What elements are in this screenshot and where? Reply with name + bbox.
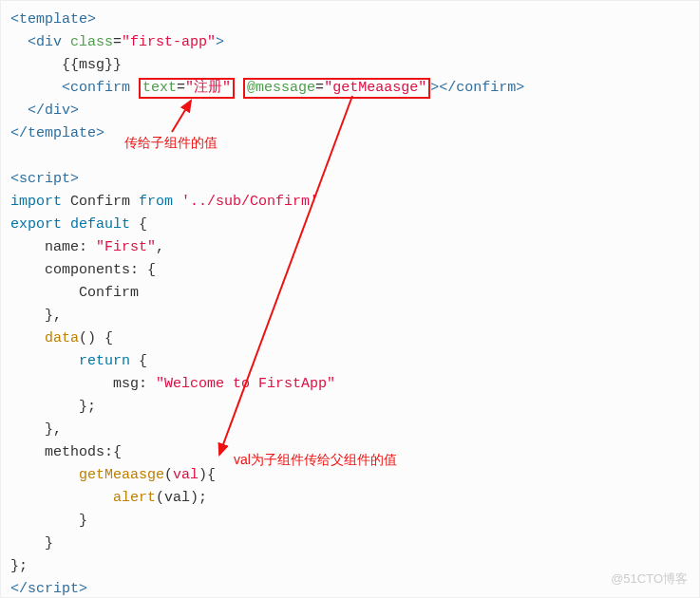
tag-template-open: <template> bbox=[10, 11, 96, 28]
code-line: }; bbox=[10, 396, 690, 419]
code-line: }; bbox=[10, 555, 690, 578]
code-line: <confirm text="注册" @message="getMeaasge"… bbox=[10, 77, 690, 100]
code-block: <template> <div class="first-app"> {{msg… bbox=[10, 9, 690, 598]
code-line: } bbox=[10, 510, 690, 533]
code-line: <script> bbox=[10, 168, 690, 191]
annotation-label-1: 传给子组件的值 bbox=[124, 132, 218, 153]
code-line: import Confirm from '../sub/Confirm' bbox=[10, 191, 690, 214]
code-line: </div> bbox=[10, 100, 690, 122]
watermark: @51CTO博客 bbox=[611, 570, 688, 589]
code-line: </script> bbox=[10, 578, 690, 598]
code-line: data() { bbox=[10, 327, 690, 350]
code-line: name: "First", bbox=[10, 236, 690, 259]
code-line: }, bbox=[10, 419, 690, 441]
highlight-box-1: text="注册" bbox=[139, 78, 235, 99]
tag-script-open: <script> bbox=[10, 171, 79, 187]
annotation-label-2: val为子组件传给父组件的值 bbox=[234, 449, 397, 470]
code-line: </template> bbox=[10, 122, 690, 145]
code-line: <template> bbox=[10, 9, 690, 31]
code-line: components: { bbox=[10, 259, 690, 282]
code-line: return { bbox=[10, 350, 690, 373]
highlight-box-2: @message="getMeaasge" bbox=[243, 78, 430, 99]
tag-template-close: </template> bbox=[10, 125, 104, 141]
code-line: Confirm bbox=[10, 282, 690, 305]
code-line: msg: "Welcome to FirstApp" bbox=[10, 373, 690, 396]
code-line: alert(val); bbox=[10, 487, 690, 510]
code-line: export default { bbox=[10, 214, 690, 236]
code-line: <div class="first-app"> bbox=[10, 31, 690, 54]
code-line: {{msg}} bbox=[10, 54, 690, 77]
code-line: } bbox=[10, 533, 690, 555]
code-line: }, bbox=[10, 305, 690, 327]
blank-line bbox=[10, 145, 690, 168]
